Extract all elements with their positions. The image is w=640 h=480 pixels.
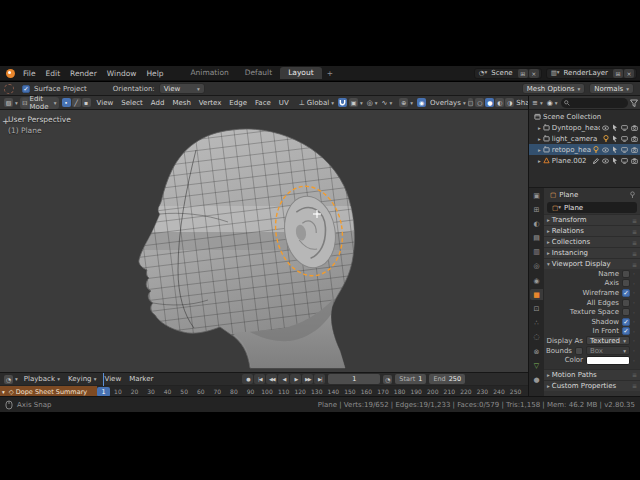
falloff-icon[interactable] [4, 84, 14, 94]
panel-transform[interactable]: ▸Transform≡ [544, 214, 640, 225]
menu-render[interactable]: Render [65, 69, 102, 78]
surface-project-checkbox[interactable]: ✓ [22, 85, 30, 93]
add-workspace-button[interactable]: + [322, 69, 338, 78]
expand-caret-icon[interactable]: ▸ [538, 158, 541, 164]
panel-instancing[interactable]: ▸Instancing≡ [544, 247, 640, 258]
properties-tab-tool[interactable]: ⊞ [530, 204, 543, 215]
play-button[interactable]: ▶ [290, 374, 301, 384]
end-frame-field[interactable]: End250 [429, 374, 465, 384]
xray-toggle[interactable]: ▢ [468, 98, 474, 107]
menu-help[interactable]: Help [141, 69, 168, 78]
viewport-menu-mesh[interactable]: Mesh [168, 99, 194, 107]
display-as-dropdown[interactable]: Textured▾ [586, 336, 630, 345]
orientation-dropdown[interactable]: View▾ [159, 83, 205, 94]
unlink-scene-button[interactable]: × [529, 69, 539, 78]
texture-space-checkbox[interactable] [622, 308, 630, 316]
overlays-toggle[interactable]: ◉ [415, 97, 428, 109]
viewport-menu-select[interactable]: Select [117, 99, 147, 107]
panel-viewport-display[interactable]: ▾Viewport Display≡ [544, 258, 640, 269]
mode-dropdown[interactable]: ⊡ Edit Mode▾ [20, 97, 59, 109]
properties-editor-type-button[interactable]: ▣ [530, 190, 543, 201]
proportional-editing-toggle[interactable]: ◎▾ [365, 97, 380, 109]
workspace-tab-animation[interactable]: Animation [182, 67, 236, 79]
proportional-falloff-dropdown[interactable]: ∿▾ [380, 97, 395, 109]
properties-tab-output[interactable]: ▤ [530, 233, 543, 244]
properties-tab-constraints[interactable]: ⊗ [530, 346, 543, 357]
outliner-filter-dropdown[interactable]: ◉▾ [546, 97, 559, 109]
toolbar-expand-button[interactable]: + [2, 116, 10, 126]
blender-logo-icon[interactable] [6, 69, 15, 78]
properties-tab-view-layer[interactable]: ▥ [530, 247, 543, 258]
new-scene-button[interactable]: ⊞ [518, 69, 528, 78]
filter-funnel-icon[interactable] [630, 99, 638, 107]
jump-start-button[interactable]: |◀ [254, 374, 265, 384]
wireframe-checkbox[interactable]: ✓ [622, 289, 630, 297]
properties-tab-physics[interactable]: ◌ [530, 332, 543, 343]
shading-solid-button[interactable]: ● [485, 98, 494, 107]
shading-material-button[interactable]: ◐ [495, 98, 504, 107]
timeline-editor-type-button[interactable]: ◔▾ [2, 373, 20, 385]
outliner-row-plane-002[interactable]: ▸Plane.002 [529, 155, 640, 166]
expand-caret-icon[interactable]: ▸ [538, 136, 541, 142]
panel-relations[interactable]: ▸Relations≡ [544, 225, 640, 236]
outliner-search-input[interactable] [561, 98, 628, 108]
jump-end-button[interactable]: ▶| [314, 374, 325, 384]
scene-name[interactable]: Scene [487, 69, 516, 77]
panel-custom-properties[interactable]: ▸Custom Properties≡ [544, 380, 640, 391]
object-color-swatch[interactable] [586, 356, 630, 365]
properties-tab-render[interactable]: ◐ [530, 218, 543, 229]
properties-tab-modifiers[interactable]: ⊡ [530, 304, 543, 315]
view-layer-name[interactable]: RenderLayer [560, 69, 612, 77]
editor-type-button[interactable]: ▧▾ [2, 97, 20, 109]
timeline-menu-keying[interactable]: Keying ▾ [64, 375, 101, 383]
new-view-layer-button[interactable]: ⊞ [613, 69, 623, 78]
viewport-menu-add[interactable]: Add [147, 99, 169, 107]
select-mode-edge[interactable]: ╱ [72, 98, 81, 107]
properties-tab-object[interactable]: ■ [530, 289, 543, 300]
outliner-row-light-camera[interactable]: ▸light_camera [529, 133, 640, 144]
expand-caret-icon[interactable]: ▸ [538, 147, 541, 153]
menu-file[interactable]: File [18, 69, 41, 78]
current-frame-indicator[interactable]: 1 [97, 387, 110, 397]
record-button[interactable]: ● [242, 374, 253, 384]
prev-keyframe-button[interactable]: ◀◀ [266, 374, 277, 384]
all-edges-checkbox[interactable] [622, 299, 630, 307]
in-front-checkbox[interactable]: ✓ [622, 327, 630, 335]
timeline-menu-marker[interactable]: Marker [125, 375, 157, 383]
viewport-menu-view[interactable]: View [93, 99, 118, 107]
bounds-type-dropdown[interactable]: Box▾ [586, 346, 630, 355]
current-frame-field[interactable]: 1 [328, 374, 380, 384]
next-keyframe-button[interactable]: ▶▶ [302, 374, 313, 384]
shading-rendered-button[interactable]: ◑ [505, 98, 514, 107]
bounds-checkbox[interactable] [575, 347, 583, 355]
gizmo-dropdown[interactable]: ⊕▾ [397, 97, 415, 109]
select-mode-vertex[interactable]: • [62, 98, 71, 107]
outliner-display-mode-dropdown[interactable]: ≡▾ [531, 97, 544, 109]
transform-orientation-dropdown[interactable]: ⊥ Global▾ [297, 97, 336, 109]
view-layer-icon[interactable]: ▥▾ [551, 69, 560, 77]
scene-icon[interactable]: ◔▾ [479, 69, 487, 77]
shadow-checkbox[interactable]: ✓ [622, 318, 630, 326]
select-mode-face[interactable]: ▪ [82, 98, 91, 107]
viewport-menu-vertex[interactable]: Vertex [195, 99, 226, 107]
viewport-menu-uv[interactable]: UV [275, 99, 293, 107]
axis-checkbox[interactable] [622, 279, 630, 287]
viewport-menu-face[interactable]: Face [251, 99, 275, 107]
outliner-row-dyntopo-head[interactable]: ▸Dyntopo_head [529, 122, 640, 133]
properties-tab-particles[interactable]: ∴ [530, 318, 543, 329]
normals-dropdown[interactable]: Normals▾ [589, 83, 634, 94]
pin-icon[interactable] [629, 191, 636, 198]
properties-tab-world[interactable]: ◉ [530, 275, 543, 286]
snap-toggle[interactable]: ▣▾ [336, 97, 365, 109]
playhead[interactable] [103, 373, 104, 386]
expand-caret-icon[interactable]: ▸ [538, 125, 541, 131]
workspace-tab-default[interactable]: Default [237, 67, 280, 79]
shading-wireframe-button[interactable]: ○ [475, 98, 484, 107]
properties-tab-scene[interactable]: ◎ [530, 261, 543, 272]
properties-tab-material[interactable]: ● [530, 374, 543, 385]
breadcrumb-object-name[interactable]: Plane [559, 191, 578, 199]
auto-key-toggle[interactable]: ◔ [383, 375, 392, 384]
viewport-menu-edge[interactable]: Edge [225, 99, 251, 107]
panel-collections[interactable]: ▸Collections≡ [544, 236, 640, 247]
object-name-field[interactable]: ▢▾ Plane [547, 202, 637, 213]
